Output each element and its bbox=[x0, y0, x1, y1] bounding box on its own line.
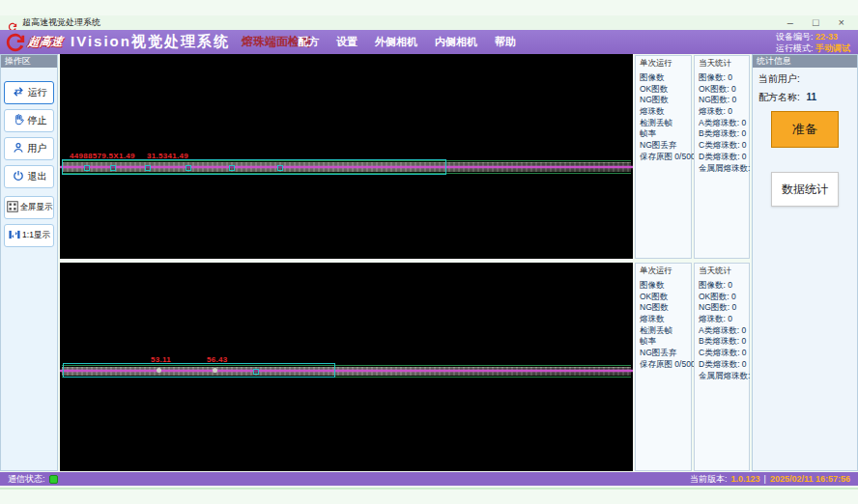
roi-marker bbox=[84, 165, 90, 171]
stat-row: 金属屑熔珠数: 0 bbox=[699, 371, 749, 382]
user-button[interactable]: 用户 bbox=[4, 137, 54, 160]
run-button[interactable]: 运行 bbox=[4, 81, 54, 104]
single-run-panel-1: 单次运行 图像数OK图数NG图数熔珠数检测丢帧帧率NG图丢弃保存原图 0/500 bbox=[635, 55, 692, 259]
one-to-one-icon bbox=[8, 228, 21, 243]
panel-title: 单次运行 bbox=[640, 266, 691, 277]
stat-row: OK图数 bbox=[640, 84, 691, 96]
version-value: 1.0.123 bbox=[731, 474, 760, 484]
close-button[interactable]: × bbox=[839, 15, 844, 30]
recipe-name-value: 11 bbox=[807, 92, 817, 102]
stat-row: NG图数 bbox=[640, 302, 691, 314]
stat-row: NG图数: 0 bbox=[699, 302, 749, 314]
stat-row: B类熔珠数: 0 bbox=[699, 128, 749, 140]
user-icon bbox=[12, 141, 25, 156]
stat-row: 检测丢帧 bbox=[640, 325, 691, 337]
stat-row: 检测丢帧 bbox=[640, 118, 691, 129]
detection-roi-box bbox=[62, 159, 446, 175]
stat-row: NG图数: 0 bbox=[699, 95, 749, 106]
stat-row: 图像数: 0 bbox=[699, 72, 749, 84]
stat-row: 保存原图 0/500 bbox=[640, 359, 691, 371]
brand-logo-text: 超高速 bbox=[27, 34, 64, 50]
data-statistics-button[interactable]: 数据统计 bbox=[771, 172, 839, 207]
stop-button-label: 停止 bbox=[28, 114, 47, 127]
bead-dot bbox=[157, 368, 161, 373]
menu-item[interactable]: 内侧相机 bbox=[435, 35, 477, 49]
roi-marker bbox=[145, 165, 151, 171]
single-run-panel-2: 单次运行 图像数OK图数NG图数熔珠数检测丢帧帧率NG图丢弃保存原图 0/500 bbox=[635, 263, 692, 471]
hand-stop-icon bbox=[12, 113, 25, 128]
prepare-button[interactable]: 准备 bbox=[771, 111, 839, 148]
main-menu: 配方设置外侧相机内侧相机帮助 bbox=[298, 30, 516, 54]
sidebar-title: 操作区 bbox=[1, 55, 57, 68]
stat-row: 金属屑熔珠数: 0 bbox=[699, 163, 749, 175]
roi-marker bbox=[253, 369, 259, 375]
stat-row: 图像数 bbox=[640, 72, 691, 84]
user-button-label: 用户 bbox=[28, 142, 47, 155]
maximize-button[interactable]: □ bbox=[813, 15, 819, 30]
minimize-button[interactable]: – bbox=[787, 15, 793, 30]
stat-row: 熔珠数: 0 bbox=[699, 106, 749, 118]
camera-view-outer[interactable]: 44988579.5X1.49 31.5341.49 bbox=[60, 54, 633, 259]
window-title: 超高速视觉处理系统 bbox=[22, 16, 100, 29]
stat-row: 帧率 bbox=[640, 336, 691, 348]
stat-row: 熔珠数 bbox=[640, 314, 691, 325]
app-title: IVision视觉处理系统 bbox=[71, 33, 230, 51]
detection-roi-box bbox=[63, 363, 335, 378]
device-number-value: 22-33 bbox=[815, 32, 838, 42]
recipe-line: 配方名称: 11 bbox=[753, 86, 857, 104]
version-label: 当前版本: bbox=[690, 473, 728, 486]
app-header: 超高速 IVision视觉处理系统 熔珠端面检测 配方设置外侧相机内侧相机帮助 … bbox=[0, 30, 858, 54]
menu-item[interactable]: 设置 bbox=[336, 35, 358, 49]
window-titlebar: 超高速视觉处理系统 – □ × bbox=[0, 15, 858, 30]
power-icon bbox=[12, 169, 25, 184]
brand-swirl-icon bbox=[5, 32, 26, 53]
fullscreen-button-label: 全屏显示 bbox=[20, 202, 53, 213]
one-to-one-button[interactable]: 1:1显示 bbox=[4, 224, 54, 247]
app-window: 超高速视觉处理系统 – □ × 超高速 IVision视觉处理系统 熔珠端面检测… bbox=[0, 0, 858, 504]
operation-sidebar: 操作区 运行 停止 用户 退出 全屏显示 bbox=[0, 54, 58, 471]
menu-item[interactable]: 配方 bbox=[298, 35, 319, 49]
today-stats-panel-2: 当天统计 图像数: 0OK图数: 0NG图数: 0熔珠数: 0A类熔珠数: 0B… bbox=[694, 263, 750, 471]
sidebar-buttons: 运行 停止 用户 退出 全屏显示 1:1显示 bbox=[1, 68, 57, 247]
run-loop-icon bbox=[12, 85, 25, 100]
today-stats-panel-1: 当天统计 图像数: 0OK图数: 0NG图数: 0熔珠数: 0A类熔珠数: 0B… bbox=[694, 55, 750, 259]
menu-item[interactable]: 外侧相机 bbox=[375, 35, 417, 49]
roi-marker bbox=[277, 165, 283, 171]
stat-row: B类熔珠数: 0 bbox=[699, 336, 749, 348]
camera-view-inner[interactable]: 53.11 56.43 bbox=[60, 263, 633, 471]
device-info: 设备编号: 22-33 运行模式: 手动调试 bbox=[776, 31, 850, 54]
stat-row: 熔珠数 bbox=[640, 106, 691, 118]
current-user-label: 当前用户: bbox=[758, 73, 800, 84]
fullscreen-button[interactable]: 全屏显示 bbox=[4, 196, 54, 219]
comm-status-label: 通信状态: bbox=[8, 473, 45, 486]
exit-button-label: 退出 bbox=[28, 170, 47, 183]
stat-row: OK图数: 0 bbox=[699, 84, 749, 96]
stat-row: D类熔珠数: 0 bbox=[699, 359, 749, 371]
status-bar: 通信状态: 当前版本: 1.0.123 | 2025/02/11 16:57:5… bbox=[0, 472, 858, 486]
stop-button[interactable]: 停止 bbox=[4, 109, 54, 132]
exit-button[interactable]: 退出 bbox=[4, 165, 54, 188]
datetime-value: 2025/02/11 16:57:56 bbox=[770, 474, 850, 484]
comm-status-led bbox=[49, 475, 58, 484]
menu-item[interactable]: 帮助 bbox=[495, 35, 516, 49]
run-mode-label: 运行模式: bbox=[776, 43, 814, 53]
stat-row: 保存原图 0/500 bbox=[640, 152, 691, 163]
roi-marker bbox=[229, 165, 235, 171]
stat-row: NG图丢弃 bbox=[640, 140, 691, 152]
current-user-line: 当前用户: bbox=[753, 68, 857, 86]
bottom-divider bbox=[0, 488, 858, 490]
window-controls: – □ × bbox=[787, 15, 844, 30]
stat-row: 图像数: 0 bbox=[699, 280, 749, 292]
info-panel-title: 统计信息 bbox=[753, 55, 857, 68]
recipe-name-label: 配方名称: bbox=[758, 92, 800, 102]
panel-title: 单次运行 bbox=[640, 58, 691, 70]
stat-row: C类熔珠数: 0 bbox=[699, 348, 749, 359]
bead-dot bbox=[213, 368, 217, 373]
device-number-label: 设备编号: bbox=[776, 32, 814, 42]
stat-row: NG图数 bbox=[640, 95, 691, 106]
stat-row: A类熔珠数: 0 bbox=[699, 118, 749, 129]
app-logo-icon bbox=[8, 18, 17, 28]
fullscreen-grid-icon bbox=[6, 200, 19, 215]
run-mode-value: 手动调试 bbox=[815, 43, 850, 53]
stat-row: D类熔珠数: 0 bbox=[699, 152, 749, 163]
